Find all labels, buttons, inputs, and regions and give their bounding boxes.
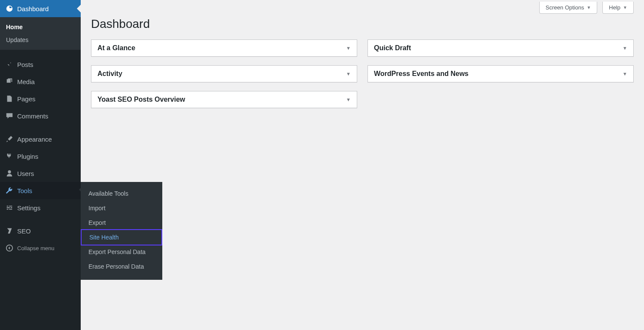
sidebar-item-posts[interactable]: Posts: [0, 56, 81, 73]
screen-options-label: Screen Options: [546, 4, 584, 11]
admin-sidebar: DashboardHomeUpdatesPostsMediaPagesComme…: [0, 0, 81, 330]
sidebar-item-media[interactable]: Media: [0, 73, 81, 90]
main-content: Screen Options ▼ Help ▼ Dashboard At a G…: [81, 0, 644, 330]
sidebar-item-pages[interactable]: Pages: [0, 90, 81, 107]
help-button[interactable]: Help ▼: [602, 2, 634, 14]
sidebar-item-label: SEO: [17, 227, 31, 235]
yoast-icon: [5, 227, 14, 235]
sidebar-item-settings[interactable]: Settings: [0, 199, 81, 216]
panel-header[interactable]: WordPress Events and News▼: [368, 66, 633, 82]
panel-toggle-icon[interactable]: ▼: [346, 71, 351, 76]
panel-wordpress-events-and-news: WordPress Events and News▼: [368, 65, 634, 82]
sidebar-item-appearance[interactable]: Appearance: [0, 130, 81, 148]
flyout-item-export-personal-data[interactable]: Export Personal Data: [81, 245, 162, 259]
submenu-item-updates[interactable]: Updates: [0, 33, 81, 46]
panel-header[interactable]: Activity▼: [91, 66, 357, 82]
sidebar-item-comments[interactable]: Comments: [0, 107, 81, 124]
panel-yoast-seo-posts-overview: Yoast SEO Posts Overview▼: [91, 91, 357, 108]
panel-title: Quick Draft: [374, 44, 411, 52]
top-buttons: Screen Options ▼ Help ▼: [91, 0, 634, 14]
sidebar-item-tools[interactable]: ToolsAvailable ToolsImportExportSite Hea…: [0, 182, 81, 199]
plug-icon: [5, 152, 14, 160]
panel-header[interactable]: Yoast SEO Posts Overview▼: [91, 91, 357, 108]
panel-toggle-icon[interactable]: ▼: [346, 45, 351, 51]
collapse-icon: [5, 244, 14, 252]
flyout-item-erase-personal-data[interactable]: Erase Personal Data: [81, 259, 162, 274]
sidebar-item-label: Pages: [17, 95, 36, 103]
menu-separator: [0, 124, 81, 130]
help-label: Help: [609, 4, 620, 11]
flyout-item-export[interactable]: Export: [81, 215, 162, 230]
panel-at-a-glance: At a Glance▼: [91, 39, 357, 57]
submenu-item-home[interactable]: Home: [0, 21, 81, 33]
submenu-dashboard: HomeUpdates: [0, 17, 81, 50]
panel-header[interactable]: Quick Draft▼: [368, 40, 633, 56]
sidebar-item-label: Media: [17, 78, 35, 85]
panel-activity: Activity▼: [91, 65, 357, 82]
sidebar-item-label: Users: [17, 170, 34, 177]
media-icon: [5, 77, 14, 86]
sidebar-item-label: Plugins: [17, 153, 38, 160]
sidebar-item-label: Tools: [17, 187, 32, 194]
panel-title: WordPress Events and News: [374, 70, 468, 78]
flyout-tools: Available ToolsImportExportSite HealthEx…: [81, 182, 162, 280]
panel-quick-draft: Quick Draft▼: [368, 39, 634, 57]
flyout-item-available-tools[interactable]: Available Tools: [81, 186, 162, 201]
sidebar-item-label: Appearance: [17, 136, 52, 143]
panel-toggle-icon[interactable]: ▼: [346, 97, 351, 102]
pages-icon: [5, 94, 14, 103]
sidebar-item-label: Dashboard: [17, 5, 49, 12]
panel-header[interactable]: At a Glance▼: [91, 40, 357, 56]
page-title: Dashboard: [91, 17, 634, 31]
brush-icon: [5, 135, 14, 143]
sidebar-item-users[interactable]: Users: [0, 165, 81, 182]
caret-down-icon: ▼: [623, 5, 627, 10]
menu-separator: [0, 216, 81, 222]
comment-icon: [5, 112, 14, 120]
menu-separator: [0, 50, 81, 56]
panel-title: Yoast SEO Posts Overview: [97, 96, 185, 103]
sidebar-item-label: Settings: [17, 204, 40, 212]
screen-options-button[interactable]: Screen Options ▼: [539, 2, 598, 14]
panel-title: Activity: [97, 70, 122, 78]
sidebar-item-dashboard[interactable]: Dashboard: [0, 0, 81, 17]
wrench-icon: [5, 186, 14, 195]
sidebar-item-label: Comments: [17, 112, 49, 120]
flyout-item-site-health[interactable]: Site Health: [81, 229, 162, 245]
pin-icon: [5, 60, 14, 69]
sidebar-item-label: Collapse menu: [17, 245, 55, 251]
sidebar-item-collapse-menu[interactable]: Collapse menu: [0, 239, 81, 257]
panel-toggle-icon[interactable]: ▼: [623, 45, 627, 51]
sliders-icon: [5, 203, 14, 212]
flyout-item-import[interactable]: Import: [81, 201, 162, 215]
sidebar-item-plugins[interactable]: Plugins: [0, 148, 81, 165]
sidebar-item-label: Posts: [17, 61, 33, 68]
panel-title: At a Glance: [97, 44, 135, 52]
user-icon: [5, 169, 14, 178]
dashboard-panels: At a Glance▼Activity▼Yoast SEO Posts Ove…: [91, 39, 634, 108]
caret-down-icon: ▼: [586, 5, 591, 10]
panel-toggle-icon[interactable]: ▼: [623, 71, 627, 76]
sidebar-item-seo[interactable]: SEO: [0, 222, 81, 239]
dashboard-icon: [5, 4, 14, 13]
